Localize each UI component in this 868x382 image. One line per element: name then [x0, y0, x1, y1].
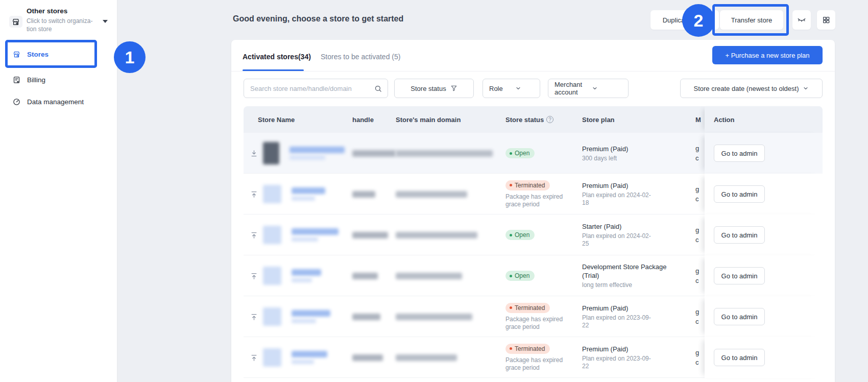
handle-redacted: [352, 150, 396, 157]
duplicate-store-button[interactable]: Duplicate store: [650, 10, 719, 30]
purchase-new-store-plan-button[interactable]: + Purchase a new store plan: [712, 46, 823, 64]
page-title: Good evening, choose a store to get star…: [233, 14, 403, 23]
merchant-truncated-text: gc: [695, 255, 699, 296]
tab-stores-to-be-activated[interactable]: Stores to be activated (5): [321, 53, 400, 61]
table-row[interactable]: OpenPremium (Paid)300 days leftgcGo to a…: [244, 133, 823, 174]
upload-icon[interactable]: [244, 337, 264, 378]
go-to-admin-button[interactable]: Go to admin: [714, 349, 765, 366]
gauge-icon: [13, 98, 20, 106]
eye-closed-icon[interactable]: [792, 10, 811, 30]
upload-icon[interactable]: [244, 296, 264, 337]
domain-redacted: [396, 150, 493, 157]
store-icon: [9, 16, 22, 28]
table-row[interactable]: TerminatedPackage has expired grace peri…: [244, 296, 823, 337]
status-badge: Terminated: [505, 180, 550, 190]
search-box: [244, 79, 388, 98]
plan-name: Premium (Paid): [582, 345, 675, 353]
sidebar-item-data-management[interactable]: Data management: [0, 93, 117, 110]
pinned-action-cell: Go to admin: [705, 133, 823, 174]
plan-name: Premium (Paid): [582, 181, 675, 190]
pinned-action-cell: Go to admin: [705, 296, 823, 337]
col-store-plan: Store plan: [582, 106, 615, 133]
store-name-redacted[interactable]: [292, 351, 327, 364]
col-merchant-truncated: M: [695, 106, 701, 133]
store-name-redacted[interactable]: [292, 187, 325, 201]
plan-note: Plan expired on 2023-09-22: [582, 314, 656, 329]
sidebar-item-label: Stores: [27, 51, 49, 58]
chevron-down-icon: [592, 85, 623, 91]
sidebar-item-label: Billing: [27, 76, 45, 84]
merchant-truncated-text: gc: [695, 133, 699, 174]
store-name-redacted[interactable]: [292, 269, 321, 282]
plan-name: Premium (Paid): [582, 304, 675, 313]
plan-name: Development Store Package (Trial): [582, 262, 675, 280]
handle-redacted: [352, 354, 383, 361]
billing-icon: [13, 76, 20, 84]
handle-redacted: [352, 232, 388, 238]
help-icon[interactable]: ?: [546, 116, 553, 123]
store-name-redacted[interactable]: [290, 147, 345, 160]
search-input[interactable]: [244, 85, 374, 92]
plan-note: long term effective: [582, 281, 656, 289]
grid-view-icon[interactable]: [817, 10, 835, 30]
status-note: Package has expired grace period: [505, 356, 573, 372]
store-icon: [13, 51, 20, 58]
annotation-step-1: 1: [114, 41, 146, 73]
upload-icon[interactable]: [244, 255, 264, 296]
plan-name: Starter (Paid): [582, 222, 675, 231]
go-to-admin-button[interactable]: Go to admin: [714, 145, 765, 162]
col-store-name: Store Name: [258, 106, 295, 133]
go-to-admin-button[interactable]: Go to admin: [714, 267, 765, 284]
status-badge: Open: [505, 148, 535, 158]
funnel-icon: [450, 85, 457, 92]
merchant-truncated-text: gc: [695, 174, 699, 214]
org-switcher[interactable]: Other stores Click to switch organiza- t…: [0, 0, 117, 36]
table-row[interactable]: OpenStarter (Paid)Plan expired on 2024-0…: [244, 214, 823, 255]
col-action: Action: [714, 106, 734, 133]
stores-card: Activated stores(34) Stores to be activa…: [231, 40, 835, 382]
handle-redacted: [352, 273, 378, 279]
caret-down-icon[interactable]: [103, 20, 108, 23]
domain-redacted: [396, 273, 462, 279]
tab-activated-stores[interactable]: Activated stores(34): [243, 53, 311, 61]
store-name-redacted[interactable]: [292, 228, 339, 242]
upload-icon[interactable]: [244, 174, 264, 214]
merchant-truncated-text: gc: [695, 214, 699, 255]
col-store-status: Store status ?: [505, 106, 553, 133]
search-icon[interactable]: [374, 85, 382, 92]
merchant-truncated-text: gc: [695, 296, 699, 337]
org-switcher-subtitle: Click to switch organiza- tion store: [27, 17, 98, 33]
sidebar-item-billing[interactable]: Billing: [0, 71, 117, 88]
domain-redacted: [396, 314, 472, 320]
store-name-redacted[interactable]: [292, 310, 330, 323]
store-logo: [263, 267, 281, 285]
store-logo: [263, 307, 281, 326]
store-status-filter[interactable]: Store status: [394, 79, 474, 98]
stores-table: Store Name handle Store's main domain St…: [244, 106, 823, 382]
plan-note: Plan expired on 2024-02-18: [582, 192, 656, 207]
role-filter[interactable]: Role: [483, 79, 540, 98]
table-header: Store Name handle Store's main domain St…: [244, 106, 823, 133]
domain-redacted: [396, 191, 467, 198]
table-row[interactable]: OpenDevelopment Store Package (Trial)lon…: [244, 255, 823, 296]
table-row[interactable]: TerminatedPackage has expired grace peri…: [244, 174, 823, 214]
status-badge: Terminated: [505, 303, 550, 313]
table-row[interactable]: TerminatedPackage has expired grace peri…: [244, 337, 823, 378]
go-to-admin-button[interactable]: Go to admin: [714, 226, 765, 244]
table-body: OpenPremium (Paid)300 days leftgcGo to a…: [244, 133, 823, 378]
plan-note: Plan expired on 2023-09-22: [582, 355, 656, 370]
sidebar-item-stores[interactable]: Stores: [0, 45, 117, 63]
plan-name: Premium (Paid): [582, 145, 675, 153]
pinned-action-cell: Go to admin: [705, 337, 823, 378]
go-to-admin-button[interactable]: Go to admin: [714, 185, 765, 203]
sort-select[interactable]: Store create date (newest to oldest): [680, 79, 823, 98]
status-badge: Open: [505, 271, 535, 281]
org-switcher-title: Other stores: [27, 7, 67, 15]
chevron-down-icon: [515, 85, 535, 91]
pinned-action-cell: Go to admin: [705, 174, 823, 214]
transfer-store-button[interactable]: Transfer store: [720, 10, 783, 30]
download-icon[interactable]: [244, 133, 264, 174]
merchant-account-filter[interactable]: Merchant account: [548, 79, 629, 98]
go-to-admin-button[interactable]: Go to admin: [714, 308, 765, 325]
upload-icon[interactable]: [244, 214, 264, 255]
